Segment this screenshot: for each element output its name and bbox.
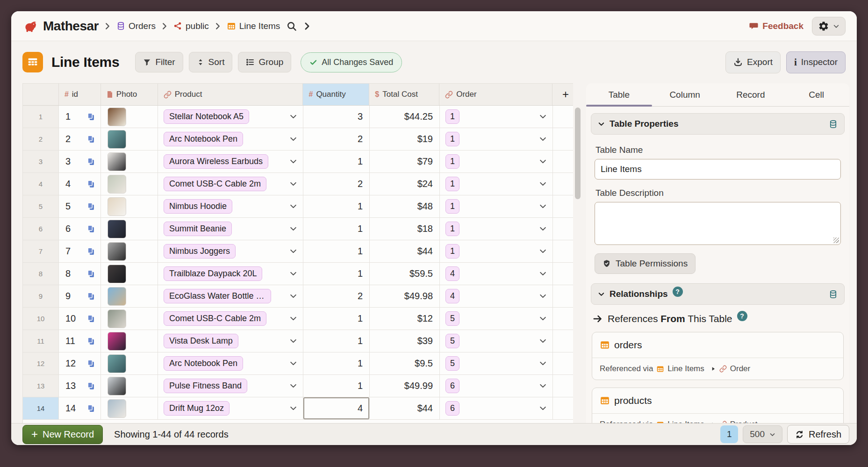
order-pill[interactable]: 6 <box>445 401 459 416</box>
copy-record-icon[interactable] <box>86 179 96 189</box>
product-pill[interactable]: Vista Desk Lamp <box>164 334 238 348</box>
product-pill[interactable]: Aurora Wireless Earbuds <box>164 154 268 169</box>
photo-cell[interactable] <box>101 352 158 374</box>
order-cell[interactable]: 6 <box>440 397 553 419</box>
row-number-cell[interactable]: 6 <box>23 218 59 240</box>
product-cell[interactable]: Nimbus Hoodie <box>158 195 303 217</box>
product-cell[interactable]: Stellar Notebook A5 <box>158 106 303 128</box>
order-cell[interactable]: 1 <box>440 195 553 217</box>
row-number-cell[interactable]: 11 <box>23 330 59 352</box>
chevron-down-icon[interactable] <box>289 270 297 278</box>
product-cell[interactable]: Nimbus Joggers <box>158 240 303 262</box>
tab-column[interactable]: Column <box>652 83 718 106</box>
total-cost-cell[interactable]: $49.99 <box>370 375 440 397</box>
order-cell[interactable]: 5 <box>440 330 553 352</box>
id-cell[interactable]: 12 <box>59 352 101 374</box>
row-number-cell[interactable]: 3 <box>23 151 59 172</box>
total-cost-cell[interactable]: $18 <box>370 218 440 240</box>
product-pill[interactable]: Nimbus Hoodie <box>164 199 232 214</box>
copy-record-icon[interactable] <box>86 269 96 279</box>
total-cost-cell[interactable]: $39 <box>370 330 440 352</box>
id-cell[interactable]: 2 <box>59 128 101 150</box>
photo-cell[interactable] <box>101 397 158 419</box>
help-icon[interactable]: ? <box>737 311 747 321</box>
product-cell[interactable]: Pulse Fitness Band <box>158 375 303 397</box>
product-cell[interactable]: Comet USB-C Cable 2m <box>158 173 303 195</box>
breadcrumb-schema[interactable]: public <box>173 21 209 31</box>
photo-cell[interactable] <box>101 285 158 307</box>
order-pill[interactable]: 1 <box>445 177 459 191</box>
chevron-down-icon[interactable] <box>539 337 547 345</box>
chevron-down-icon[interactable] <box>539 315 547 323</box>
row-number-cell[interactable]: 4 <box>23 173 59 195</box>
table-permissions-button[interactable]: Table Permissions <box>595 253 696 274</box>
order-pill[interactable]: 6 <box>445 379 459 393</box>
help-icon[interactable]: ? <box>673 287 683 297</box>
table-description-input[interactable] <box>595 202 841 245</box>
copy-record-icon[interactable] <box>86 224 96 234</box>
order-cell[interactable]: 1 <box>440 173 553 195</box>
total-cost-cell[interactable]: $44 <box>370 240 440 262</box>
chevron-down-icon[interactable] <box>539 225 547 233</box>
order-pill[interactable]: 5 <box>445 334 459 348</box>
column-header-total-cost[interactable]: $ Total Cost <box>369 84 439 105</box>
page-size-select[interactable]: 500 <box>743 425 782 443</box>
relationship-card-orders[interactable]: orders Referenced via Line Items Order <box>592 332 844 380</box>
total-cost-cell[interactable]: $44.25 <box>370 106 440 128</box>
product-cell[interactable]: Trailblaze Daypack 20L <box>158 263 303 285</box>
total-cost-cell[interactable]: $48 <box>370 195 440 217</box>
order-pill[interactable]: 5 <box>445 356 459 371</box>
order-pill[interactable]: 1 <box>445 154 459 169</box>
chevron-down-icon[interactable] <box>539 359 547 367</box>
settings-menu-button[interactable] <box>812 17 846 36</box>
quantity-cell[interactable]: 2 <box>303 285 370 307</box>
total-cost-cell[interactable]: $24 <box>370 173 440 195</box>
quantity-cell[interactable]: 1 <box>303 308 370 330</box>
order-pill[interactable]: 4 <box>445 266 459 281</box>
quantity-cell[interactable]: 1 <box>303 151 370 172</box>
product-cell[interactable]: Aurora Wireless Earbuds <box>158 151 303 172</box>
order-pill[interactable]: 1 <box>445 199 459 214</box>
order-pill[interactable]: 5 <box>445 311 459 326</box>
chevron-down-icon[interactable] <box>289 180 297 188</box>
row-number-cell[interactable]: 5 <box>23 195 59 217</box>
quantity-cell[interactable]: 1 <box>303 352 370 374</box>
table-scrollbar[interactable] <box>575 108 581 423</box>
column-header-product[interactable]: Product <box>158 84 303 105</box>
order-pill[interactable]: 1 <box>445 244 459 259</box>
product-cell[interactable]: Summit Beanie <box>158 218 303 240</box>
product-cell[interactable]: EcoGlass Water Bottle 7… <box>158 285 303 307</box>
tab-cell[interactable]: Cell <box>783 83 849 106</box>
row-number-cell[interactable]: 2 <box>23 128 59 150</box>
row-number-cell[interactable]: 12 <box>23 352 59 374</box>
id-cell[interactable]: 14 <box>59 397 101 419</box>
row-number-cell[interactable]: 14 <box>23 397 59 419</box>
product-pill[interactable]: EcoGlass Water Bottle 7… <box>164 289 271 303</box>
order-cell[interactable]: 1 <box>440 151 553 172</box>
id-cell[interactable]: 10 <box>59 308 101 330</box>
copy-record-icon[interactable] <box>86 134 96 144</box>
tab-table[interactable]: Table <box>586 83 652 106</box>
copy-record-icon[interactable] <box>86 381 96 391</box>
chevron-down-icon[interactable] <box>539 292 547 300</box>
product-cell[interactable]: Drift Mug 12oz <box>158 397 303 419</box>
total-cost-cell[interactable]: $79 <box>370 151 440 172</box>
photo-cell[interactable] <box>101 195 158 217</box>
order-pill[interactable]: 1 <box>445 109 459 124</box>
total-cost-cell[interactable]: $44 <box>370 397 440 419</box>
product-pill[interactable]: Pulse Fitness Band <box>164 379 247 393</box>
copy-record-icon[interactable] <box>86 314 96 323</box>
quantity-cell[interactable]: 2 <box>303 173 370 195</box>
id-cell[interactable]: 3 <box>59 151 101 172</box>
copy-record-icon[interactable] <box>86 201 96 211</box>
breadcrumb-table[interactable]: Line Items <box>227 21 280 31</box>
chevron-down-icon[interactable] <box>539 247 547 255</box>
table-properties-section-header[interactable]: Table Properties <box>591 113 845 135</box>
total-cost-cell[interactable]: $12 <box>370 308 440 330</box>
chevron-down-icon[interactable] <box>289 225 297 233</box>
id-cell[interactable]: 6 <box>59 218 101 240</box>
column-header-order[interactable]: Order <box>439 84 552 105</box>
new-record-button[interactable]: + New Record <box>22 425 103 444</box>
product-pill[interactable]: Arc Notebook Pen <box>164 132 243 146</box>
search-icon[interactable] <box>287 21 297 31</box>
